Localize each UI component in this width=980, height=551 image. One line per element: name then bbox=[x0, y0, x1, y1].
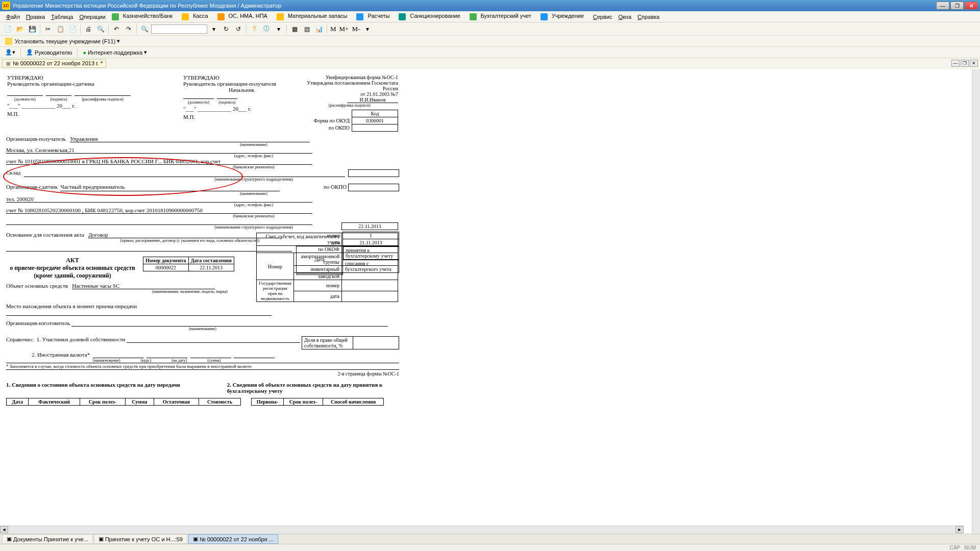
calc-icon bbox=[356, 13, 363, 20]
refresh2-icon[interactable]: ↺ bbox=[233, 23, 244, 35]
mplus-button[interactable]: M+ bbox=[338, 25, 350, 33]
manager-button[interactable]: 👤 Руководителю bbox=[24, 48, 74, 57]
vertical-scrollbar[interactable] bbox=[972, 69, 980, 534]
search-icon[interactable]: 🔍 bbox=[139, 23, 150, 35]
set-institution-button[interactable]: Установить текущее учреждение (F11) ▾ bbox=[3, 37, 122, 46]
menu-materials[interactable]: Материальные запасы bbox=[274, 11, 354, 21]
menu-sanction[interactable]: Санкционирование bbox=[396, 11, 466, 21]
support-button[interactable]: ● Интернет-поддержка ▾ bbox=[81, 48, 149, 57]
accounting-icon bbox=[470, 13, 477, 20]
institution-icon bbox=[541, 13, 548, 20]
paste-icon[interactable]: 📄 bbox=[67, 23, 78, 35]
titlebar-text: Управление Министерства юстиции Российск… bbox=[12, 3, 936, 9]
work-area: УТВЕРЖДАЮ Руководитель организации-сдатч… bbox=[0, 69, 980, 534]
menu-file[interactable]: Файл bbox=[3, 12, 23, 21]
menu-edit[interactable]: Правка bbox=[23, 12, 48, 21]
inst-icon bbox=[5, 38, 12, 45]
menu-help[interactable]: Справка bbox=[634, 12, 663, 21]
menu-institution[interactable]: Учреждение bbox=[537, 11, 590, 21]
help-icon[interactable]: ? bbox=[249, 23, 260, 35]
info-icon[interactable]: ⓘ bbox=[261, 23, 272, 35]
head-sender: Руководитель организации-сдатчика bbox=[7, 81, 182, 87]
dropdown-icon[interactable]: ▾ bbox=[208, 23, 219, 35]
menu-calc[interactable]: Расчеты bbox=[353, 11, 396, 21]
menu-windows[interactable]: Окна bbox=[615, 12, 634, 21]
approve-left: УТВЕРЖДАЮ bbox=[7, 74, 182, 81]
dd-icon[interactable]: ▾ bbox=[273, 23, 284, 35]
new-file-icon[interactable]: 📄 bbox=[2, 23, 13, 35]
doc-tab-title: № 00000022 от 22 ноября 2013 г. * bbox=[13, 60, 103, 66]
menubar: Файл Правка Таблица Операции Казначейств… bbox=[0, 11, 980, 22]
menu-os[interactable]: ОС, НМА, НПА bbox=[214, 11, 274, 21]
chart-icon[interactable]: 📊 bbox=[313, 23, 325, 35]
menu-table[interactable]: Таблица bbox=[48, 12, 76, 21]
assets-icon bbox=[217, 13, 225, 20]
treasury-icon bbox=[112, 13, 119, 20]
sanction-icon bbox=[399, 13, 406, 20]
minimize-button[interactable]: — bbox=[936, 2, 949, 10]
undo-icon[interactable]: ↶ bbox=[111, 23, 122, 35]
approve-right: УТВЕРЖДАЮ bbox=[183, 74, 300, 81]
document-tab[interactable]: ▣ № 00000022 от 22 ноября 2013 г. * bbox=[2, 59, 106, 68]
print-icon[interactable]: 🖨 bbox=[83, 23, 94, 35]
dd2-icon[interactable]: ▾ bbox=[362, 23, 373, 35]
open-icon[interactable]: 📂 bbox=[14, 23, 26, 35]
document-tabbar: ▣ № 00000022 от 22 ноября 2013 г. * — ❐ … bbox=[0, 58, 980, 68]
menu-accounting[interactable]: Бухгалтерский учет bbox=[467, 11, 537, 21]
scroll-left-icon[interactable]: ◄ bbox=[0, 526, 8, 533]
document-pane[interactable]: УТВЕРЖДАЮ Руководитель организации-сдатч… bbox=[0, 69, 972, 534]
status-num: NUM bbox=[964, 545, 976, 550]
m-button[interactable]: M bbox=[329, 25, 337, 33]
toolbar-support: 👤▾ 👤 Руководителю ● Интернет-поддержка ▾ bbox=[0, 47, 980, 58]
close-button[interactable]: ✕ bbox=[965, 2, 978, 10]
maximize-button[interactable]: ❐ bbox=[950, 2, 964, 10]
window-taskbar: ▣ Документы Принятие к уче... ▣ Принятие… bbox=[0, 534, 980, 544]
scroll-right-icon[interactable]: ► bbox=[955, 526, 964, 533]
menu-treasury[interactable]: Казначейство/Банк bbox=[109, 11, 179, 21]
preview-icon[interactable]: 🔍 bbox=[95, 23, 106, 35]
task-tab-3[interactable]: ▣ № 00000022 от 22 ноября ... bbox=[188, 534, 278, 544]
toolbar-institution: Установить текущее учреждение (F11) ▾ bbox=[0, 36, 980, 47]
user-icon[interactable]: 👤▾ bbox=[3, 48, 17, 57]
cut-icon[interactable]: ✂ bbox=[42, 23, 54, 35]
grid-icon[interactable]: ▦ bbox=[289, 23, 300, 35]
cash-icon bbox=[182, 13, 189, 20]
grid2-icon[interactable]: ▤ bbox=[301, 23, 312, 35]
search-input[interactable] bbox=[151, 24, 207, 34]
menu-operations[interactable]: Операции bbox=[76, 12, 108, 21]
menu-cash[interactable]: Касса bbox=[179, 11, 214, 21]
refresh-icon[interactable]: ↻ bbox=[220, 23, 232, 35]
status-cap: CAP bbox=[950, 545, 961, 550]
redo-icon[interactable]: ↷ bbox=[123, 23, 134, 35]
doc-minimize-button[interactable]: — bbox=[951, 60, 960, 67]
materials-icon bbox=[277, 13, 284, 20]
doc-restore-button[interactable]: ❐ bbox=[961, 60, 969, 67]
task-tab-1[interactable]: ▣ Документы Принятие к уче... bbox=[2, 534, 93, 544]
copy-icon[interactable]: 📋 bbox=[55, 23, 66, 35]
titlebar: 1C Управление Министерства юстиции Росси… bbox=[0, 0, 980, 11]
task-tab-2[interactable]: ▣ Принятие к учету ОС и Н...:59 bbox=[94, 534, 187, 544]
statusbar: CAP NUM bbox=[0, 544, 980, 551]
save-icon[interactable]: 💾 bbox=[27, 23, 38, 35]
doc-close-button[interactable]: ✕ bbox=[970, 60, 978, 67]
horizontal-scrollbar[interactable]: ◄ ► bbox=[0, 525, 964, 534]
menu-service[interactable]: Сервис bbox=[590, 12, 616, 21]
app-icon: 1C bbox=[2, 2, 10, 10]
mminus-button[interactable]: M- bbox=[351, 25, 361, 33]
main-toolbar: 📄 📂 💾 ✂ 📋 📄 🖨 🔍 ↶ ↷ 🔍 ▾ ↻ ↺ ? ⓘ ▾ ▦ ▤ 📊 … bbox=[0, 22, 980, 36]
